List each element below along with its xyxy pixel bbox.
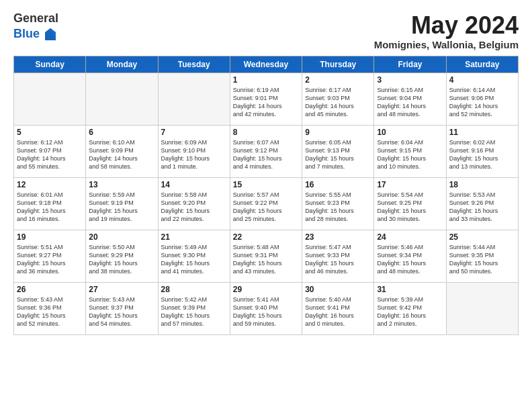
- page: General Blue May 2024 Momignies, Walloni…: [0, 0, 532, 411]
- day-number: 7: [161, 128, 227, 137]
- day-info: Sunrise: 6:19 AM Sunset: 9:01 PM Dayligh…: [233, 86, 299, 119]
- day-number: 15: [233, 180, 299, 189]
- logo-blue: Blue: [13, 28, 40, 41]
- day-number: 29: [233, 285, 299, 294]
- day-info: Sunrise: 6:07 AM Sunset: 9:12 PM Dayligh…: [233, 138, 299, 171]
- day-number: 4: [449, 75, 515, 85]
- calendar-cell: 19Sunrise: 5:51 AM Sunset: 9:27 PM Dayli…: [14, 230, 86, 282]
- day-number: 30: [305, 285, 371, 294]
- calendar-cell: 27Sunrise: 5:43 AM Sunset: 9:37 PM Dayli…: [86, 282, 158, 334]
- day-info: Sunrise: 6:05 AM Sunset: 9:13 PM Dayligh…: [305, 138, 371, 171]
- day-number: 5: [17, 128, 83, 137]
- calendar-cell: 16Sunrise: 5:55 AM Sunset: 9:23 PM Dayli…: [302, 177, 374, 230]
- calendar-cell: 25Sunrise: 5:44 AM Sunset: 9:35 PM Dayli…: [446, 230, 518, 282]
- calendar-cell: [86, 73, 158, 125]
- day-info: Sunrise: 5:55 AM Sunset: 9:23 PM Dayligh…: [305, 191, 371, 224]
- day-info: Sunrise: 6:02 AM Sunset: 9:16 PM Dayligh…: [449, 138, 515, 171]
- day-header-sunday: Sunday: [14, 56, 86, 73]
- title-block: May 2024 Momignies, Wallonia, Belgium: [374, 12, 519, 50]
- title-location: Momignies, Wallonia, Belgium: [374, 39, 519, 50]
- calendar-table: SundayMondayTuesdayWednesdayThursdayFrid…: [13, 56, 519, 335]
- calendar-cell: 28Sunrise: 5:42 AM Sunset: 9:39 PM Dayli…: [158, 282, 230, 334]
- day-number: 31: [377, 285, 443, 294]
- day-number: 19: [17, 232, 83, 242]
- day-header-tuesday: Tuesday: [158, 56, 230, 73]
- calendar-week-3: 12Sunrise: 6:01 AM Sunset: 9:18 PM Dayli…: [14, 177, 519, 230]
- day-number: 3: [377, 75, 443, 85]
- calendar-cell: 26Sunrise: 5:43 AM Sunset: 9:36 PM Dayli…: [14, 282, 86, 334]
- calendar-cell: 2Sunrise: 6:17 AM Sunset: 9:03 PM Daylig…: [302, 73, 374, 125]
- calendar-cell: 4Sunrise: 6:14 AM Sunset: 9:06 PM Daylig…: [446, 73, 518, 125]
- logo: General Blue: [13, 12, 58, 43]
- calendar-cell: 5Sunrise: 6:12 AM Sunset: 9:07 PM Daylig…: [14, 125, 86, 177]
- calendar-cell: 8Sunrise: 6:07 AM Sunset: 9:12 PM Daylig…: [230, 125, 302, 177]
- day-number: 20: [89, 232, 154, 242]
- logo-icon: [42, 27, 58, 43]
- calendar-cell: 29Sunrise: 5:41 AM Sunset: 9:40 PM Dayli…: [230, 282, 302, 334]
- calendar-cell: 13Sunrise: 5:59 AM Sunset: 9:19 PM Dayli…: [86, 177, 158, 230]
- day-number: 14: [161, 180, 227, 189]
- day-info: Sunrise: 5:49 AM Sunset: 9:30 PM Dayligh…: [161, 243, 227, 276]
- day-number: 12: [17, 180, 83, 189]
- day-number: 8: [233, 128, 299, 137]
- day-info: Sunrise: 5:47 AM Sunset: 9:33 PM Dayligh…: [305, 243, 371, 276]
- day-number: 23: [305, 232, 371, 242]
- calendar-cell: 6Sunrise: 6:10 AM Sunset: 9:09 PM Daylig…: [86, 125, 158, 177]
- calendar-cell: [14, 73, 86, 125]
- calendar-cell: 30Sunrise: 5:40 AM Sunset: 9:41 PM Dayli…: [302, 282, 374, 334]
- day-info: Sunrise: 6:10 AM Sunset: 9:09 PM Dayligh…: [89, 138, 154, 171]
- day-info: Sunrise: 5:43 AM Sunset: 9:36 PM Dayligh…: [17, 295, 83, 328]
- day-info: Sunrise: 5:44 AM Sunset: 9:35 PM Dayligh…: [449, 243, 515, 276]
- day-info: Sunrise: 6:09 AM Sunset: 9:10 PM Dayligh…: [161, 138, 227, 171]
- day-number: 26: [17, 285, 83, 294]
- day-info: Sunrise: 5:51 AM Sunset: 9:27 PM Dayligh…: [17, 243, 83, 276]
- day-info: Sunrise: 5:41 AM Sunset: 9:40 PM Dayligh…: [233, 295, 299, 328]
- day-number: 25: [449, 232, 515, 242]
- day-info: Sunrise: 5:40 AM Sunset: 9:41 PM Dayligh…: [305, 295, 371, 328]
- calendar-week-4: 19Sunrise: 5:51 AM Sunset: 9:27 PM Dayli…: [14, 230, 519, 282]
- calendar-header-row: SundayMondayTuesdayWednesdayThursdayFrid…: [14, 56, 519, 73]
- logo-text: General Blue: [13, 12, 58, 43]
- day-number: 11: [449, 128, 515, 137]
- day-info: Sunrise: 6:01 AM Sunset: 9:18 PM Dayligh…: [17, 191, 83, 224]
- day-header-friday: Friday: [374, 56, 446, 73]
- day-info: Sunrise: 5:57 AM Sunset: 9:22 PM Dayligh…: [233, 191, 299, 224]
- calendar-cell: 31Sunrise: 5:39 AM Sunset: 9:42 PM Dayli…: [374, 282, 446, 334]
- day-info: Sunrise: 5:43 AM Sunset: 9:37 PM Dayligh…: [89, 295, 154, 328]
- day-number: 9: [305, 128, 371, 137]
- day-number: 22: [233, 232, 299, 242]
- day-info: Sunrise: 6:15 AM Sunset: 9:04 PM Dayligh…: [377, 86, 443, 119]
- day-number: 1: [233, 75, 299, 85]
- day-info: Sunrise: 5:58 AM Sunset: 9:20 PM Dayligh…: [161, 191, 227, 224]
- day-number: 13: [89, 180, 154, 189]
- logo-general: General: [13, 12, 58, 26]
- day-info: Sunrise: 6:12 AM Sunset: 9:07 PM Dayligh…: [17, 138, 83, 171]
- calendar-cell: 9Sunrise: 6:05 AM Sunset: 9:13 PM Daylig…: [302, 125, 374, 177]
- day-info: Sunrise: 5:59 AM Sunset: 9:19 PM Dayligh…: [89, 191, 154, 224]
- calendar-week-1: 1Sunrise: 6:19 AM Sunset: 9:01 PM Daylig…: [14, 73, 519, 125]
- calendar-cell: 15Sunrise: 5:57 AM Sunset: 9:22 PM Dayli…: [230, 177, 302, 230]
- header: General Blue May 2024 Momignies, Walloni…: [13, 12, 519, 50]
- title-month: May 2024: [374, 12, 519, 39]
- day-info: Sunrise: 5:46 AM Sunset: 9:34 PM Dayligh…: [377, 243, 443, 276]
- day-number: 24: [377, 232, 443, 242]
- day-header-thursday: Thursday: [302, 56, 374, 73]
- calendar-cell: 3Sunrise: 6:15 AM Sunset: 9:04 PM Daylig…: [374, 73, 446, 125]
- day-header-monday: Monday: [86, 56, 158, 73]
- day-info: Sunrise: 5:54 AM Sunset: 9:25 PM Dayligh…: [377, 191, 443, 224]
- calendar-body: 1Sunrise: 6:19 AM Sunset: 9:01 PM Daylig…: [14, 73, 519, 334]
- day-info: Sunrise: 5:42 AM Sunset: 9:39 PM Dayligh…: [161, 295, 227, 328]
- calendar-week-5: 26Sunrise: 5:43 AM Sunset: 9:36 PM Dayli…: [14, 282, 519, 334]
- calendar-cell: [158, 73, 230, 125]
- day-number: 6: [89, 128, 154, 137]
- calendar-cell: 7Sunrise: 6:09 AM Sunset: 9:10 PM Daylig…: [158, 125, 230, 177]
- calendar-cell: 23Sunrise: 5:47 AM Sunset: 9:33 PM Dayli…: [302, 230, 374, 282]
- day-number: 18: [449, 180, 515, 189]
- calendar-cell: 10Sunrise: 6:04 AM Sunset: 9:15 PM Dayli…: [374, 125, 446, 177]
- day-number: 28: [161, 285, 227, 294]
- day-number: 16: [305, 180, 371, 189]
- day-info: Sunrise: 5:53 AM Sunset: 9:26 PM Dayligh…: [449, 191, 515, 224]
- calendar-cell: 21Sunrise: 5:49 AM Sunset: 9:30 PM Dayli…: [158, 230, 230, 282]
- calendar-cell: [446, 282, 518, 334]
- day-number: 10: [377, 128, 443, 137]
